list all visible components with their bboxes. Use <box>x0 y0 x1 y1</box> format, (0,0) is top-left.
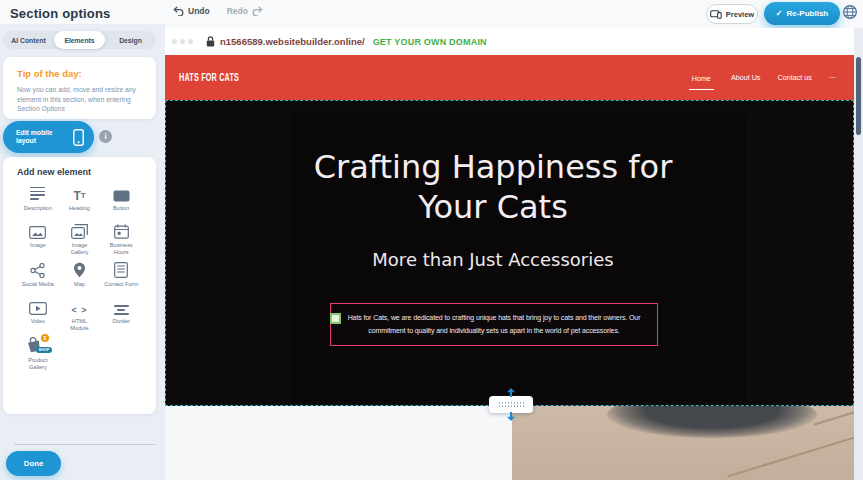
next-section-image <box>512 406 854 480</box>
preview-button[interactable]: Preview <box>706 4 758 24</box>
element-html-module[interactable]: < > HTML Module <box>59 298 101 331</box>
image-icon <box>29 222 46 239</box>
tip-of-the-day-card: Tip of the day: Now you can add, move an… <box>3 57 156 119</box>
description-icon <box>30 185 45 202</box>
redo-label: Redo <box>227 6 248 16</box>
element-divider[interactable]: Divider <box>100 298 142 331</box>
element-grid: Description TT Heading Button Image <box>17 185 142 370</box>
redo-button[interactable]: Redo <box>227 6 263 16</box>
element-heading[interactable]: TT Heading <box>59 185 101 216</box>
nav-home[interactable]: Home <box>689 71 714 90</box>
hero-paragraph: Hats for Cats, we are dedicated to craft… <box>339 312 649 337</box>
site-header: HATS FOR CATS Home About Us Contact us ⋯ <box>165 55 854 100</box>
edit-mobile-layout-label: Edit mobile layout <box>16 129 62 146</box>
element-map[interactable]: Map <box>59 261 101 292</box>
element-contact-form[interactable]: Contact Form <box>100 261 142 292</box>
heading-icon: TT <box>73 185 85 202</box>
nav-contact-us[interactable]: Contact us <box>777 73 811 82</box>
phone-icon <box>73 129 84 146</box>
carpet-seam <box>814 406 854 425</box>
image-gallery-icon <box>71 222 88 239</box>
shop-badge: SHOP <box>36 347 52 353</box>
element-product-gallery[interactable]: $ SHOP Product Gallery <box>17 337 59 370</box>
sidebar-tabs: AI Content Elements Design <box>3 31 156 49</box>
section-resize-handle[interactable] <box>489 396 533 413</box>
resize-arrow-down-icon <box>506 412 516 421</box>
element-image[interactable]: Image <box>17 222 59 255</box>
site-url[interactable]: n1566589.websitebuilder.online/ <box>220 36 365 47</box>
map-icon <box>73 261 86 278</box>
element-image-gallery[interactable]: Image Gallery <box>59 222 101 255</box>
contact-form-icon <box>114 261 128 278</box>
drag-handle-green[interactable] <box>330 313 341 324</box>
next-section-background <box>165 406 512 480</box>
preview-browser-bar: n1566589.websitebuilder.online/ GET YOUR… <box>165 28 854 55</box>
divider-icon <box>114 298 129 315</box>
element-button[interactable]: Button <box>100 185 142 216</box>
social-media-icon <box>30 261 45 278</box>
done-button[interactable]: Done <box>6 451 61 476</box>
tab-design[interactable]: Design <box>105 31 156 49</box>
check-icon: ✓ <box>776 9 783 18</box>
browser-dots <box>172 39 196 44</box>
republish-label: Re-Publish <box>786 9 828 18</box>
globe-language-button[interactable] <box>842 4 858 20</box>
add-element-title: Add new element <box>17 167 142 177</box>
hero-section[interactable]: Crafting Happiness for Your Cats More th… <box>165 100 854 406</box>
site-nav: Home About Us Contact us ⋯ <box>689 55 836 100</box>
preview-label: Preview <box>726 10 754 19</box>
undo-button[interactable]: Undo <box>173 6 210 16</box>
video-icon <box>29 298 47 315</box>
element-video[interactable]: Video <box>17 298 59 331</box>
html-module-icon: < > <box>71 298 87 315</box>
scrollbar-thumb[interactable] <box>856 57 861 135</box>
hero-subheading[interactable]: More than Just Accessories <box>288 249 698 270</box>
tip-body: Now you can add, move and resize any ele… <box>17 85 142 114</box>
app-window: Section options Undo Redo Preview ✓ <box>0 0 863 480</box>
tab-elements[interactable]: Elements <box>54 31 105 49</box>
tip-title: Tip of the day: <box>17 68 142 79</box>
product-gallery-badge-icon: $ <box>41 334 49 342</box>
product-gallery-icon: $ SHOP <box>26 337 50 354</box>
hero-heading[interactable]: Crafting Happiness for Your Cats <box>288 147 698 227</box>
button-icon <box>113 185 130 202</box>
nav-more-icon[interactable]: ⋯ <box>829 73 836 82</box>
element-description[interactable]: Description <box>17 185 59 216</box>
lock-icon <box>206 36 215 47</box>
tab-ai-content[interactable]: AI Content <box>3 31 54 49</box>
get-domain-link[interactable]: GET YOUR OWN DOMAIN <box>373 37 487 47</box>
cat-shape <box>607 406 817 438</box>
devices-icon <box>710 10 722 19</box>
undo-redo-group: Undo Redo <box>173 6 263 16</box>
republish-button[interactable]: ✓ Re-Publish <box>764 2 840 25</box>
nav-about-us[interactable]: About Us <box>731 73 761 82</box>
edit-mobile-layout-button[interactable]: Edit mobile layout <box>3 121 94 153</box>
element-social-media[interactable]: Social Media <box>17 261 59 292</box>
redo-icon <box>252 6 263 16</box>
undo-label: Undo <box>188 6 210 16</box>
site-logo[interactable]: HATS FOR CATS <box>179 72 239 83</box>
grip-dots-icon <box>498 401 524 408</box>
element-business-hours[interactable]: Business Hours <box>100 222 142 255</box>
sidebar-divider <box>14 444 156 445</box>
page-title: Section options <box>10 6 111 21</box>
left-sidebar: AI Content Elements Design Tip of the da… <box>0 24 165 480</box>
add-element-panel: Add new element Description TT Heading B… <box>3 157 156 414</box>
undo-icon <box>173 6 184 16</box>
business-hours-icon <box>114 222 129 239</box>
hero-paragraph-box[interactable]: Hats for Cats, we are dedicated to craft… <box>330 303 658 346</box>
resize-arrow-up-icon <box>506 388 516 397</box>
info-icon[interactable]: i <box>99 130 112 143</box>
